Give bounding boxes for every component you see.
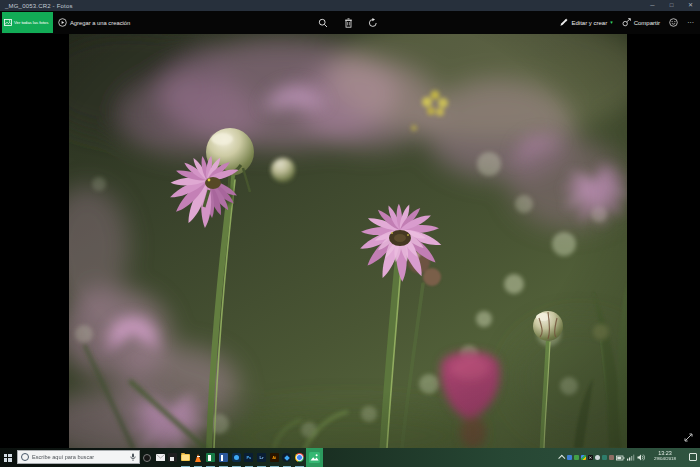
creation-icon: [58, 18, 67, 27]
photo-of-pink-daisies: [69, 34, 627, 448]
toolbar: Ver todas las fotos Agregar a una creaci…: [0, 11, 700, 34]
photo-gallery-icon: [4, 19, 12, 26]
window-title: _MG_0053.CR2 - Fotos: [0, 3, 73, 9]
photoshop-icon[interactable]: Ps: [243, 448, 256, 467]
battery-icon[interactable]: [616, 455, 625, 461]
tray-app-icon-1[interactable]: [567, 455, 572, 460]
tray-app-icon-7[interactable]: [609, 455, 614, 460]
rotate-button[interactable]: [368, 17, 378, 29]
store-icon[interactable]: [166, 448, 179, 467]
vlc-icon[interactable]: [192, 448, 205, 467]
zoom-button[interactable]: [318, 17, 328, 29]
tray-app-icon-3[interactable]: [581, 455, 586, 460]
view-all-photos-button[interactable]: Ver todas las fotos: [2, 12, 53, 33]
edit-create-button[interactable]: Editar y crear ▾: [559, 18, 612, 27]
start-button[interactable]: [4, 454, 12, 462]
tray-app-icon-2[interactable]: [574, 455, 579, 460]
cortana-icon: [21, 453, 29, 461]
blue-circle-app-icon[interactable]: [230, 448, 243, 467]
hidden-icons-chevron[interactable]: [558, 455, 565, 462]
chevron-down-icon: ▾: [610, 20, 613, 25]
toolbar-right-icons: Editar y crear ▾ Compartir ⋯: [559, 11, 695, 34]
system-tray: ✕: [560, 448, 645, 467]
lightroom-icon[interactable]: Lr: [255, 448, 268, 467]
tray-app-icon-4[interactable]: ✕: [588, 455, 593, 460]
file-explorer-icon[interactable]: [179, 448, 192, 467]
close-button[interactable]: ✕: [681, 0, 700, 11]
task-view-icon[interactable]: [141, 448, 154, 467]
window-controls: ─ □ ✕: [643, 0, 700, 11]
share-button[interactable]: Compartir: [622, 18, 660, 27]
network-icon[interactable]: [627, 454, 635, 461]
feedback-smiley-icon: [669, 18, 678, 27]
share-label: Compartir: [634, 20, 660, 26]
tray-app-icon-6[interactable]: [602, 455, 607, 460]
share-icon: [622, 18, 631, 27]
taskbar-apps: Ps Lr Ai: [141, 448, 323, 467]
microphone-icon[interactable]: [130, 453, 136, 462]
illustrator-icon[interactable]: Ai: [268, 448, 281, 467]
photo-canvas: [0, 34, 700, 448]
tray-app-icon-5[interactable]: [595, 455, 600, 460]
zoom-icon: [318, 18, 328, 28]
minimize-button[interactable]: ─: [643, 0, 662, 11]
title-bar: _MG_0053.CR2 - Fotos ─ □ ✕: [0, 0, 700, 11]
view-all-photos-label: Ver todas las fotos: [14, 20, 48, 25]
trash-icon: [344, 18, 353, 28]
taskbar: Ps Lr Ai ✕ 13:23 29/04/2: [0, 448, 700, 467]
desktop: { "window": { "title": "_MG_0053.CR2 - F…: [0, 0, 700, 467]
rotate-icon: [368, 18, 378, 28]
maximize-button[interactable]: □: [662, 0, 681, 11]
clock-date: 29/04/2018: [644, 456, 686, 462]
clock-time: 13:23: [644, 450, 686, 457]
action-center-icon[interactable]: [689, 453, 697, 461]
excel-icon[interactable]: [204, 448, 217, 467]
see-more-button[interactable]: ⋯: [687, 19, 695, 27]
add-to-creation-label: Agregar a una creación: [70, 20, 130, 26]
diamond-app-icon[interactable]: [281, 448, 294, 467]
taskbar-search[interactable]: [17, 450, 140, 464]
delete-button[interactable]: [343, 17, 353, 29]
photos-app-icon-active[interactable]: [306, 448, 323, 467]
edit-create-label: Editar y crear: [571, 20, 607, 26]
add-to-creation-button[interactable]: Agregar a una creación: [58, 11, 130, 34]
chrome-icon[interactable]: [293, 448, 306, 467]
photo-viewer[interactable]: [69, 34, 627, 448]
mail-icon[interactable]: [154, 448, 167, 467]
search-input[interactable]: [32, 454, 130, 460]
taskbar-clock[interactable]: 13:23 29/04/2018: [644, 450, 686, 462]
expand-icon[interactable]: [684, 433, 693, 442]
feedback-button[interactable]: [669, 18, 678, 27]
edit-icon: [559, 18, 568, 27]
toolbar-center-icons: [318, 11, 378, 34]
word-icon[interactable]: [217, 448, 230, 467]
